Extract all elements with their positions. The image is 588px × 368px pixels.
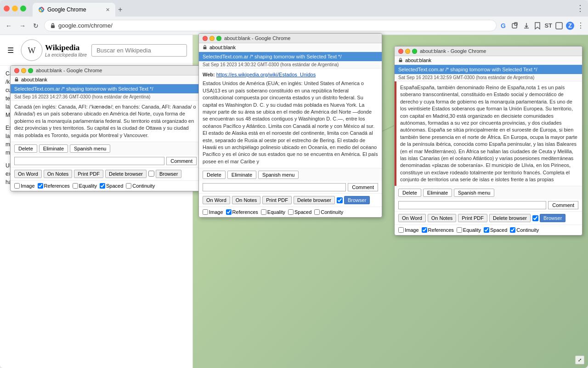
download-icon[interactable]: [522, 22, 531, 30]
popup-usa-eliminate-btn[interactable]: Eliminate: [227, 171, 256, 179]
hamburger-button[interactable]: ☰: [6, 44, 16, 57]
popup-spain-references-checkbox[interactable]: [422, 227, 427, 233]
profile-icon[interactable]: [555, 22, 563, 30]
popup-usa-close[interactable]: [203, 36, 208, 41]
popup-usa-minimize[interactable]: [209, 36, 215, 41]
popup-usa-deletebrowser-btn[interactable]: Delete browser: [294, 196, 335, 204]
expand-map-button[interactable]: ⤢: [575, 356, 584, 364]
popup-usa-body-text: Estados Unidos de América (EUA; en inglé…: [203, 80, 378, 165]
popup-canada-spaced-checkbox[interactable]: [100, 183, 105, 189]
popup-spain-image-label[interactable]: Image: [398, 227, 419, 233]
popup-spain-spaced-label[interactable]: Spaced: [484, 227, 507, 233]
minimize-button[interactable]: [12, 6, 18, 12]
popup-usa-onnotes-btn[interactable]: On Notes: [232, 196, 260, 204]
close-button[interactable]: [4, 6, 10, 12]
popup-canada-spanish-btn[interactable]: Spanish menu: [70, 144, 110, 153]
popup-canada-deletebrowser-btn[interactable]: Delete browser: [105, 170, 147, 178]
popup-spain-equality-label[interactable]: Equality: [457, 227, 481, 233]
popup-usa-onword-btn[interactable]: On Word: [203, 196, 230, 204]
popup-usa-equality-checkbox[interactable]: [261, 209, 266, 215]
google-icon[interactable]: G: [500, 22, 509, 30]
popup-spain-comment-btn[interactable]: Comment: [548, 201, 578, 209]
popup-canada-equality-checkbox[interactable]: [73, 183, 78, 189]
popup-canada-continuity-label[interactable]: Continuity: [126, 183, 155, 189]
popup-usa-browser-checkbox[interactable]: [337, 197, 343, 203]
popup-spain-close[interactable]: [398, 49, 403, 54]
tab-close-icon[interactable]: ✕: [106, 7, 110, 13]
popup-usa-references-label[interactable]: References: [226, 209, 258, 215]
back-button[interactable]: ←: [4, 20, 14, 31]
popup-usa-comment-btn[interactable]: Comment: [348, 183, 378, 191]
popup-spain-deletebrowser-btn[interactable]: Delete browser: [489, 214, 531, 222]
popup-spain-delete-btn[interactable]: Delete: [398, 189, 421, 197]
popup-spain-continuity-label[interactable]: Continuity: [510, 227, 539, 233]
popup-spain-comment-input[interactable]: [398, 201, 546, 209]
popup-spain-image-checkbox[interactable]: [398, 227, 404, 233]
popup-usa-references-checkbox[interactable]: [226, 209, 232, 215]
popup-spain-spaced-checkbox[interactable]: [484, 227, 489, 233]
popup-spain-browser-checkbox[interactable]: [532, 215, 538, 221]
popup-usa-image-checkbox[interactable]: [203, 209, 208, 215]
active-tab[interactable]: Google Chrome ✕: [33, 3, 115, 17]
popup-canada-delete-btn[interactable]: Delete: [14, 144, 37, 153]
popup-canada-print-btn[interactable]: Print PDF: [74, 170, 103, 178]
popup-canada-close[interactable]: [14, 68, 19, 73]
window-more-icon[interactable]: ⋮: [576, 3, 584, 13]
popup-usa-continuity-checkbox[interactable]: [314, 209, 320, 215]
popup-usa-delete-btn[interactable]: Delete: [203, 171, 226, 179]
popup-usa-web-link[interactable]: https://es.wikipedia.org/wiki/Estados_Un…: [216, 72, 316, 77]
menu-icon[interactable]: ⋮: [577, 21, 584, 30]
popup-canada-references-label[interactable]: References: [38, 183, 70, 189]
popup-canada-comment-btn[interactable]: Comment: [166, 157, 197, 165]
popup-canada-image-checkbox[interactable]: [14, 183, 20, 189]
popup-usa-comment-input[interactable]: [203, 183, 346, 191]
popup-spain-equality-checkbox[interactable]: [457, 227, 462, 233]
popup-spain-references-label[interactable]: References: [422, 227, 454, 233]
popup-spain-maximize[interactable]: [412, 49, 417, 54]
popup-usa-spaced-checkbox[interactable]: [288, 209, 294, 215]
popup-canada-browser-btn[interactable]: Browser: [156, 170, 181, 178]
popup-usa-continuity-label[interactable]: Continuity: [314, 209, 343, 215]
popup-spain-onword-btn[interactable]: On Word: [398, 214, 426, 222]
popup-usa-browser-btn[interactable]: Browser: [344, 196, 370, 204]
reload-button[interactable]: ↻: [31, 20, 40, 31]
grammarly-icon[interactable]: ST: [544, 22, 552, 29]
maximize-button[interactable]: [20, 6, 26, 12]
svg-text:G: G: [501, 22, 506, 29]
extension-icon[interactable]: [511, 22, 520, 30]
popup-spain-browser-btn[interactable]: Browser: [540, 214, 565, 222]
wiki-search-input[interactable]: [91, 44, 187, 57]
popup-canada-references-checkbox[interactable]: [38, 183, 43, 189]
address-bar[interactable]: google.com/chrome/: [44, 20, 497, 31]
popup-canada-maximize[interactable]: [28, 68, 33, 73]
popup-canada-equality-label[interactable]: Equality: [73, 183, 97, 189]
popup-spain-spanish-btn[interactable]: Spanish menu: [454, 189, 494, 197]
popup-canada-browser-checkbox[interactable]: [148, 171, 154, 177]
nav-bar: ← → ↻ google.com/chrome/ G: [0, 17, 588, 35]
popup-usa-maximize[interactable]: [216, 36, 221, 41]
popup-canada-minimize[interactable]: [21, 68, 26, 73]
svg-rect-13: [399, 60, 402, 62]
popup-canada-onword-btn[interactable]: On Word: [14, 170, 42, 178]
popup-canada-continuity-checkbox[interactable]: [126, 183, 131, 189]
popup-usa-print-btn[interactable]: Print PDF: [262, 196, 292, 204]
popup-canada-comment-input[interactable]: [14, 157, 164, 165]
popup-spain-continuity-checkbox[interactable]: [510, 227, 515, 233]
popup-usa-image-label[interactable]: Image: [203, 209, 223, 215]
popup-usa-spaced-label[interactable]: Spaced: [288, 209, 311, 215]
popup-spain-onnotes-btn[interactable]: On Notes: [428, 214, 456, 222]
tab-bar: Google Chrome ✕ +: [33, 0, 125, 17]
bookmark-icon[interactable]: [533, 22, 542, 30]
popup-spain-minimize[interactable]: [405, 49, 410, 54]
popup-canada-onnotes-btn[interactable]: On Notes: [44, 170, 72, 178]
popup-usa-equality-label[interactable]: Equality: [261, 209, 285, 215]
popup-spain-print-btn[interactable]: Print PDF: [458, 214, 487, 222]
popup-spain-eliminate-btn[interactable]: Eliminate: [423, 189, 452, 197]
popup-canada-image-label[interactable]: Image: [14, 183, 35, 189]
popup-usa-spanish-btn[interactable]: Spanish menu: [258, 171, 299, 179]
popup-canada-spaced-label[interactable]: Spaced: [100, 183, 123, 189]
popup-canada-eliminate-btn[interactable]: Eliminate: [39, 144, 68, 153]
user-avatar[interactable]: Z: [566, 22, 574, 30]
forward-button[interactable]: →: [17, 20, 28, 31]
new-tab-button[interactable]: +: [115, 3, 125, 17]
